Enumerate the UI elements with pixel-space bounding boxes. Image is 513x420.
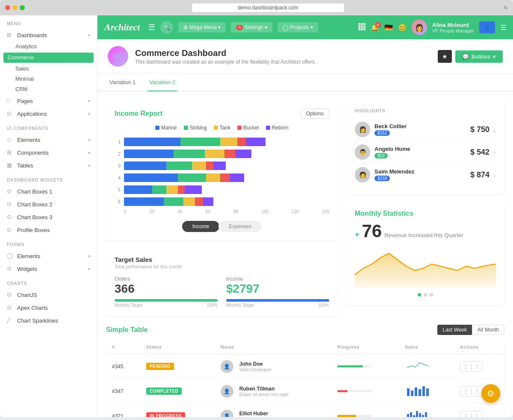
forms-label: FORMS xyxy=(0,236,97,250)
sidebar-item-crm[interactable]: CRM xyxy=(0,84,97,94)
row-action-button[interactable]: ⋮⋮⋮ xyxy=(460,361,483,372)
chartjs-icon: ⊙ xyxy=(7,291,14,298)
more-menu-icon[interactable]: ☰ xyxy=(500,23,506,32)
income-toggle[interactable]: Income xyxy=(182,221,219,232)
bar-segment-1 xyxy=(166,162,192,170)
bar-segment-0 xyxy=(124,150,174,158)
target-orders: Orders 366 Monthly Target 100% xyxy=(115,276,218,308)
main-grid: Income Report Options MarineStrikingTank… xyxy=(97,91,513,325)
monthly-stats-title: Monthly Statistics xyxy=(355,210,496,217)
sidebar-item-chart-boxes-1[interactable]: ⊙ Chart Boxes 1 xyxy=(0,185,97,198)
row-status: COMPLETED xyxy=(140,379,215,404)
settings-button[interactable]: 4 Settings ▾ xyxy=(231,22,272,32)
income-value: $2797 xyxy=(226,282,329,296)
sidebar-item-chart-sparklines[interactable]: ╱ Chart Sparklines xyxy=(0,314,97,327)
dot-green[interactable] xyxy=(20,5,25,10)
sidebar-item-components[interactable]: ⊞ Components ▾ xyxy=(0,146,97,159)
sidebar-item-analytics[interactable]: Analytics xyxy=(0,41,97,52)
sidebar-item-chart-boxes-3[interactable]: ⊙ Chart Boxes 3 xyxy=(0,211,97,223)
row-actions: ⋮⋮⋮ xyxy=(454,354,504,379)
row-id: #345 xyxy=(106,354,140,379)
legend-item: Reborn xyxy=(266,125,289,131)
svg-rect-20 xyxy=(422,415,424,417)
dot-red[interactable] xyxy=(5,5,10,10)
progress-fill xyxy=(337,390,348,392)
user-icon-button[interactable]: 😊 xyxy=(398,23,407,32)
sidebar-item-tables[interactable]: ▦ Tables ▾ xyxy=(0,159,97,172)
carousel-dot-3[interactable] xyxy=(430,293,433,297)
components-icon: ⊞ xyxy=(7,149,14,156)
dot-yellow[interactable] xyxy=(12,5,18,10)
page-header-right: ★ 💬 Buttons ▾ xyxy=(438,50,503,63)
highlight-amount: $ 542 ↑ xyxy=(470,148,496,157)
table-filter: Last Week All Month xyxy=(437,325,504,335)
sidebar-item-commerce[interactable]: Commerce xyxy=(3,53,94,63)
sidebar-item-forms-elements[interactable]: ◯ Elements ▾ xyxy=(0,250,97,262)
flag-icon-button[interactable]: 🇩🇪 xyxy=(384,23,393,32)
sidebar-item-elements[interactable]: ◇ Elements ▾ xyxy=(0,133,97,146)
sidebar-item-pages[interactable]: □ Pages ▾ xyxy=(0,94,97,107)
table-header-cell: Actions xyxy=(454,340,504,354)
sidebar-item-profile-boxes[interactable]: ⊙ Profile Boxes xyxy=(0,223,97,236)
status-badge: PENDING xyxy=(146,363,174,370)
bar-segment-1 xyxy=(164,197,183,206)
bar-segment-2 xyxy=(183,197,195,206)
form-icon: ◯ xyxy=(7,253,14,259)
options-button[interactable]: Options xyxy=(301,109,329,119)
sidebar-item-dashboards[interactable]: ⊞ Dashboards ▾ xyxy=(0,29,97,41)
filter-all-month[interactable]: All Month xyxy=(472,325,504,335)
expenses-toggle[interactable]: Expenses xyxy=(218,221,262,232)
svg-rect-5 xyxy=(363,26,366,28)
sidebar-item-forms-widgets[interactable]: ⊙ Widgets ▾ xyxy=(0,262,97,275)
grid-icon-button[interactable] xyxy=(358,23,366,32)
sidebar-item-chart-boxes-2[interactable]: ⊙ Chart Boxes 2 xyxy=(0,198,97,211)
hamburger-icon[interactable]: ☰ xyxy=(148,23,155,32)
person-role: Etiam sit amet orci eget xyxy=(239,392,289,397)
highlight-avatar: 👩 xyxy=(355,122,370,137)
mini-chart xyxy=(405,359,430,373)
address-bar[interactable]: demo.dashboardpack.com xyxy=(192,3,344,12)
bar-segment-4 xyxy=(203,197,213,206)
search-button[interactable]: 🔍 xyxy=(160,21,173,34)
row-action-button[interactable]: ⋮⋮⋮ xyxy=(460,386,483,397)
tab-variation2[interactable]: Variation 2 xyxy=(147,74,177,91)
progress-fill xyxy=(337,365,363,367)
chevron-icon: ▾ xyxy=(88,33,90,38)
user-avatar[interactable]: 👩 xyxy=(412,20,427,35)
arrow-icon: ↓ xyxy=(493,173,496,179)
sidebar-item-minimal[interactable]: Minimal xyxy=(0,74,97,84)
sidebar-item-chartjs[interactable]: ⊙ ChartJS xyxy=(0,288,97,301)
carousel-dot-2[interactable] xyxy=(424,293,427,297)
user-menu-button[interactable]: 👤 xyxy=(479,21,495,33)
row-action-button[interactable]: ⋮⋮⋮ xyxy=(460,411,483,417)
chevron-icon: ▾ xyxy=(88,254,90,258)
bell-icon-button[interactable]: 🔔 4 xyxy=(371,23,379,32)
chevron-icon: ▾ xyxy=(88,112,90,116)
settings-fab[interactable]: ⚙ xyxy=(481,384,500,403)
svg-rect-16 xyxy=(410,412,412,417)
svg-rect-19 xyxy=(419,413,421,417)
mega-menu-button[interactable]: ⊞ Mega Menu ▾ xyxy=(178,22,226,32)
chevron-down-icon: ▾ xyxy=(265,24,267,30)
monthly-plus: + xyxy=(355,230,360,239)
highlight-amount: $ 750 ↓ xyxy=(470,125,496,134)
simple-table-section: Simple Table Last Week All Month #Status… xyxy=(97,325,513,417)
content-area: 🛒 Commerce Dashboard This dashboard was … xyxy=(97,39,513,417)
star-button[interactable]: ★ xyxy=(438,50,452,63)
chart-toggle: Income Expenses xyxy=(115,221,329,232)
navbar-right: 🔔 4 🇩🇪 😊 👩 Alina Mclourd VP People Manag… xyxy=(358,20,506,35)
carousel-nav xyxy=(355,293,496,297)
row-status: IN PROGRESS xyxy=(140,404,215,417)
buttons-button[interactable]: 💬 Buttons ▾ xyxy=(455,50,503,63)
bar-segment-0 xyxy=(124,162,166,170)
tab-variation1[interactable]: Variation 1 xyxy=(108,74,137,91)
sidebar-item-sales[interactable]: Sales xyxy=(0,64,97,74)
mini-chart xyxy=(405,384,430,398)
person-name: Elliot Huber xyxy=(239,411,286,417)
sidebar-item-apex-charts[interactable]: ⊙ Apex Charts xyxy=(0,301,97,314)
sidebar-item-applications[interactable]: ⊙ Applications ▾ xyxy=(0,107,97,120)
carousel-dot-1[interactable] xyxy=(418,293,421,297)
projects-button[interactable]: ◯ Projects ▾ xyxy=(277,22,318,32)
filter-last-week[interactable]: Last Week xyxy=(437,325,472,335)
bar-segment-2 xyxy=(205,150,224,158)
